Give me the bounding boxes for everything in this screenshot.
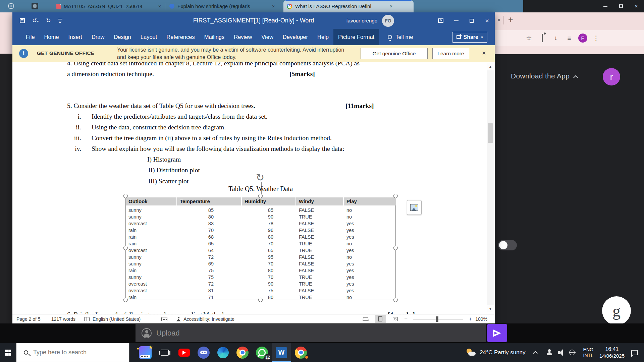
print-layout-button[interactable] — [375, 315, 386, 323]
language-switcher[interactable]: ENG INTL — [583, 347, 593, 358]
web-layout-button[interactable] — [389, 315, 401, 323]
selection-handle-bottom-center[interactable] — [258, 298, 263, 302]
scroll-down-icon[interactable]: ▼ — [487, 305, 494, 313]
language-indicator[interactable]: English (United States) — [93, 316, 141, 322]
selection-handle-top-left[interactable] — [123, 194, 128, 198]
toggle-switch[interactable] — [498, 240, 517, 250]
menu-dots-icon[interactable]: ⋮ — [589, 34, 603, 42]
close-icon[interactable]: × — [479, 12, 495, 29]
send-button[interactable] — [487, 324, 507, 342]
ribbon-tab-references[interactable]: References — [162, 29, 199, 45]
zoom-in-icon[interactable]: + — [469, 316, 472, 322]
site-avatar[interactable]: r — [603, 68, 620, 85]
maximize-icon[interactable] — [464, 12, 479, 29]
taskbar-app-whatsapp[interactable]: 12 — [252, 343, 272, 362]
browser-tab-1[interactable]: MAT1105_ASSGN_QUIZ1_250614 × — [53, 0, 164, 12]
vertical-scrollbar[interactable]: ▲ ▼ — [487, 63, 494, 313]
selection-handle-top-center[interactable] — [258, 194, 263, 198]
ribbon-tab-insert[interactable]: Insert — [64, 29, 87, 45]
new-tab-icon[interactable]: + — [508, 15, 513, 24]
close-icon[interactable]: × — [629, 0, 644, 12]
ribbon-tab-picture-format[interactable]: Picture Format — [333, 29, 379, 45]
ribbon-tab-layout[interactable]: Layout — [136, 29, 162, 45]
weather-text[interactable]: 24°C Partly sunny — [480, 349, 525, 356]
share-button[interactable]: Share ▾ — [452, 32, 488, 43]
ribbon-display-options-icon[interactable] — [433, 12, 448, 29]
taskbar-app-edge[interactable] — [213, 343, 233, 362]
ribbon-tab-help[interactable]: Help — [313, 29, 333, 45]
minimize-icon[interactable] — [448, 12, 464, 29]
ribbon-tab-review[interactable]: Review — [229, 29, 257, 45]
reading-list-icon[interactable]: ≡ — [562, 35, 576, 42]
ribbon-tab-developer[interactable]: Developer — [278, 29, 313, 45]
taskbar-app-browser-profile[interactable] — [291, 343, 311, 362]
tell-me-button[interactable]: Tell me — [388, 34, 413, 40]
banner-close-icon[interactable]: × — [482, 49, 486, 57]
clock[interactable]: 16:41 14/06/2025 — [599, 346, 625, 359]
selection-handle-bottom-right[interactable] — [393, 298, 398, 302]
ribbon-tab-mailings[interactable]: Mailings — [200, 29, 229, 45]
maximize-icon[interactable] — [613, 0, 629, 12]
download-app-link[interactable]: Download the App — [511, 72, 578, 80]
ribbon-tab-view[interactable]: View — [257, 29, 278, 45]
layout-options-button[interactable] — [407, 200, 422, 215]
zoom-out-icon[interactable]: − — [404, 316, 408, 322]
tab-close-icon[interactable]: × — [497, 17, 500, 23]
ribbon-tab-file[interactable]: File — [21, 29, 40, 45]
task-view-button[interactable] — [155, 343, 174, 362]
volume-icon[interactable] — [556, 348, 565, 357]
zoom-slider[interactable] — [413, 319, 463, 319]
learn-more-button[interactable]: Learn more — [432, 48, 469, 59]
action-center-icon[interactable] — [631, 350, 638, 355]
get-genuine-office-button[interactable]: Get genuine Office — [361, 48, 428, 59]
scroll-up-icon[interactable]: ▲ — [487, 63, 494, 70]
taskbar-app-word-active[interactable]: W — [272, 343, 291, 362]
accessibility-status[interactable]: Accessibility: Investigate — [183, 316, 234, 322]
ribbon-tab-draw[interactable]: Draw — [87, 29, 109, 45]
pinned-tab-icon[interactable] — [8, 3, 14, 9]
taskbar-search[interactable] — [16, 343, 129, 362]
search-input[interactable] — [33, 349, 120, 356]
word-count[interactable]: 1217 words — [51, 316, 75, 322]
browser-tab-active[interactable]: G What is LASSO Regression Defini × — [283, 0, 414, 12]
start-button[interactable] — [0, 343, 16, 362]
network-icon[interactable] — [568, 348, 577, 357]
grammarly-button[interactable]: g — [602, 296, 631, 325]
selection-handle-bottom-left[interactable] — [123, 298, 128, 302]
table-row: overcast7290TRUEyes — [126, 281, 395, 287]
taskbar-app-video-editor[interactable]: ★★ — [136, 343, 155, 362]
proofing-icon[interactable] — [84, 317, 90, 321]
selection-handle-top-right[interactable] — [393, 194, 398, 198]
table-cell: 70 — [180, 227, 214, 234]
page-indicator[interactable]: Page 2 of 5 — [16, 316, 41, 322]
tray-expand-icon[interactable] — [533, 351, 537, 356]
ribbon-tab-home[interactable]: Home — [40, 29, 64, 45]
read-mode-button[interactable] — [360, 315, 371, 323]
tab-close-icon[interactable]: × — [390, 4, 392, 9]
selection-handle-mid-left[interactable] — [123, 246, 128, 250]
zoom-slider-thumb[interactable] — [436, 316, 438, 322]
upload-bar[interactable]: Upload — [136, 324, 486, 342]
minimize-icon[interactable] — [598, 0, 613, 12]
scrollbar-thumb[interactable] — [488, 123, 493, 143]
selection-handle-mid-right[interactable] — [393, 246, 398, 250]
download-icon[interactable]: ↓ — [549, 35, 562, 42]
people-tray-icon[interactable] — [545, 348, 554, 357]
profile-avatar[interactable]: F — [576, 34, 589, 43]
zoom-level[interactable]: 100% — [475, 316, 487, 322]
taskbar-app-youtube[interactable] — [174, 343, 194, 362]
browser-tab-2[interactable]: Explain how shrinkage (regularis × — [166, 0, 282, 12]
weather-table-image[interactable]: Outlook Temperature Humidity Windy Play … — [125, 196, 396, 300]
time: 16:41 — [599, 346, 625, 353]
bookmark-star-icon[interactable]: ☆ — [522, 34, 536, 42]
account-area[interactable]: favour orengo FO — [346, 12, 394, 29]
tab-close-icon[interactable]: × — [158, 4, 161, 9]
pinned-tab-icon-2[interactable] — [32, 3, 38, 9]
taskbar-app-discord[interactable] — [194, 343, 213, 362]
tab-close-icon[interactable]: × — [272, 4, 275, 9]
rotate-handle-icon[interactable]: ↻ — [256, 172, 264, 183]
taskbar-app-chrome[interactable] — [233, 343, 252, 362]
macro-record-icon[interactable] — [161, 317, 167, 321]
ribbon-tab-design[interactable]: Design — [109, 29, 136, 45]
extensions-icon[interactable] — [536, 35, 549, 42]
